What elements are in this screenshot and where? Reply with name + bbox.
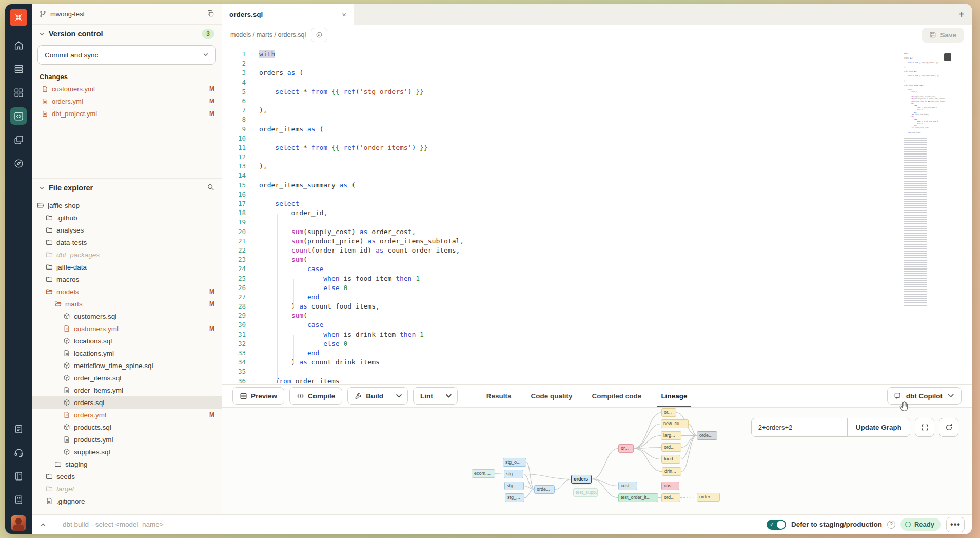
user-avatar[interactable] (11, 515, 26, 531)
tree-item-models[interactable]: modelsM (32, 285, 222, 298)
compile-button[interactable]: Compile (289, 387, 342, 405)
lineage-node-stg3[interactable]: stg_... (504, 482, 524, 490)
file-explorer-header[interactable]: File explorer (32, 179, 222, 197)
code-line-27[interactable]: 27 end (222, 293, 972, 302)
tree-item--gitignore[interactable]: .gitignore (32, 495, 222, 507)
support-headset-icon[interactable] (5, 440, 32, 464)
lineage-node-stg2[interactable]: stg_... (504, 470, 523, 478)
update-graph-button[interactable]: Update Graph (847, 418, 910, 436)
tree-item-analyses[interactable]: analyses (32, 224, 222, 236)
tree-item-jaffle-data[interactable]: jaffle-data (32, 261, 222, 273)
code-line-35[interactable]: 35 (222, 367, 972, 376)
code-line-7[interactable]: 7), (222, 106, 972, 115)
code-line-4[interactable]: 4 (222, 78, 972, 87)
tree-item-marts[interactable]: martsM (32, 298, 222, 310)
explore-lineage-button[interactable] (311, 28, 327, 42)
code-line-20[interactable]: 20 sum(supply_cost) as order_cost, (222, 227, 972, 237)
code-line-13[interactable]: 13), (222, 162, 972, 171)
lineage-node-y4[interactable]: ord... (661, 443, 681, 452)
code-line-9[interactable]: 9order_items as ( (222, 125, 972, 134)
explore-compass-icon[interactable] (5, 151, 32, 175)
code-line-22[interactable]: 22 count(order_item_id) as count_order_i… (222, 246, 972, 255)
lineage-node-y3[interactable]: larg... (661, 431, 681, 440)
collapse-command-bar-button[interactable] (32, 515, 54, 534)
new-tab-button[interactable]: + (951, 4, 972, 25)
code-line-2[interactable]: 2 (222, 59, 972, 68)
tree-item-locations-yml[interactable]: locations.yml (32, 347, 222, 359)
tree-item-orders-sql[interactable]: orders.sql (32, 396, 222, 409)
lineage-selector-input[interactable] (752, 418, 847, 436)
tree-item-products-sql[interactable]: products.sql (32, 421, 222, 433)
build-button[interactable]: Build (347, 387, 408, 405)
code-line-10[interactable]: 10 (222, 134, 972, 143)
close-icon[interactable]: × (342, 10, 346, 19)
build-dropdown-caret[interactable] (390, 388, 407, 404)
lineage-node-orpink[interactable]: or... (618, 444, 634, 453)
code-line-36[interactable]: 36 from order_items (222, 377, 972, 384)
orchestration-icon[interactable] (5, 128, 32, 151)
code-line-25[interactable]: 25 when is_food_item then 1 (222, 274, 972, 283)
commit-and-sync-button[interactable]: Commit and sync (37, 45, 216, 65)
lineage-node-orde1[interactable]: orde... (534, 485, 555, 494)
tree-item-seeds[interactable]: seeds (32, 470, 222, 483)
tree-item-customers-yml[interactable]: customers.ymlM (32, 322, 222, 335)
refresh-button[interactable] (939, 418, 958, 437)
lineage-node-cusp[interactable]: cus... (661, 482, 679, 490)
lineage-node-y6[interactable]: drin... (662, 467, 681, 476)
version-control-header[interactable]: Version control 3 (32, 25, 222, 43)
docs-book-icon[interactable] (5, 464, 32, 488)
code-line-29[interactable]: 29 sum( (222, 311, 972, 320)
lineage-node-y1[interactable]: or... (661, 408, 676, 417)
lint-dropdown-caret[interactable] (440, 388, 457, 404)
tree-item-orders-yml[interactable]: orders.ymlM (32, 409, 222, 421)
code-line-5[interactable]: 5 select * from {{ ref('stg_orders') }} (222, 87, 972, 97)
code-line-33[interactable]: 33 end (222, 349, 972, 358)
code-line-21[interactable]: 21 sum(product_price) as order_items_sub… (222, 237, 972, 246)
tree-item-order-items-yml[interactable]: order_items.yml (32, 384, 222, 396)
tree-item--github[interactable]: .github (32, 212, 222, 224)
tree-item-data-tests[interactable]: data-tests (32, 236, 222, 248)
copy-icon[interactable] (207, 10, 214, 19)
code-editor[interactable]: 1with23orders as (45 select * from {{ re… (222, 45, 972, 384)
code-line-31[interactable]: 31 when is_drink_item then 1 (222, 330, 972, 339)
code-line-12[interactable]: 12 (222, 152, 972, 162)
lineage-node-y5[interactable]: food... (661, 455, 680, 464)
changed-file-row[interactable]: orders.ymlM (32, 95, 222, 107)
tree-item-customers-sql[interactable]: customers.sql (32, 310, 222, 322)
commit-dropdown-caret[interactable] (195, 46, 215, 64)
lineage-node-y8[interactable]: order_... (697, 493, 720, 502)
code-line-26[interactable]: 26 else 0 (222, 283, 972, 293)
code-line-8[interactable]: 8 (222, 115, 972, 124)
fullscreen-button[interactable] (915, 418, 934, 437)
changed-file-row[interactable]: dbt_project.ymlM (32, 107, 222, 120)
lineage-node-y7[interactable]: ord... (661, 493, 680, 502)
lineage-node-tgreen[interactable]: test_order_it... (618, 493, 658, 502)
tree-item-products-yml[interactable]: products.yml (32, 433, 222, 446)
tree-item-target[interactable]: target (32, 483, 222, 495)
home-icon[interactable] (5, 33, 32, 57)
commit-button-label[interactable]: Commit and sync (38, 46, 195, 64)
command-input[interactable]: dbt build --select <model_name> (54, 521, 164, 528)
develop-ide-icon[interactable] (5, 104, 32, 128)
branch-name[interactable]: mwong-test (50, 10, 85, 18)
tab-code-quality[interactable]: Code quality (531, 392, 573, 400)
tree-item-locations-sql[interactable]: locations.sql (32, 335, 222, 347)
lineage-node-y2[interactable]: new_cu... (661, 419, 689, 428)
lineage-node-custb[interactable]: cust... (618, 482, 637, 490)
code-line-6[interactable]: 6 (222, 97, 972, 106)
code-line-15[interactable]: 15order_items_summary as ( (222, 181, 972, 190)
code-line-3[interactable]: 3orders as ( (222, 68, 972, 78)
tree-item-order-items-sql[interactable]: order_items.sql (32, 372, 222, 384)
tree-item-jaffle-shop[interactable]: jaffle-shop (32, 199, 222, 212)
code-line-17[interactable]: 17 select (222, 199, 972, 208)
save-button[interactable]: Save (922, 28, 964, 43)
code-line-18[interactable]: 18 order_id, (222, 208, 972, 218)
tree-item-metricflow-time-spine-sql[interactable]: metricflow_time_spine.sql (32, 359, 222, 372)
tab-lineage[interactable]: Lineage (661, 392, 687, 400)
deploy-stack-icon[interactable] (5, 57, 32, 81)
help-icon[interactable]: ? (887, 521, 895, 529)
lint-button[interactable]: Lint (413, 387, 458, 405)
tab-compiled-code[interactable]: Compiled code (592, 392, 642, 400)
more-options-button[interactable]: ••• (946, 517, 965, 532)
changelog-icon[interactable] (5, 488, 32, 511)
